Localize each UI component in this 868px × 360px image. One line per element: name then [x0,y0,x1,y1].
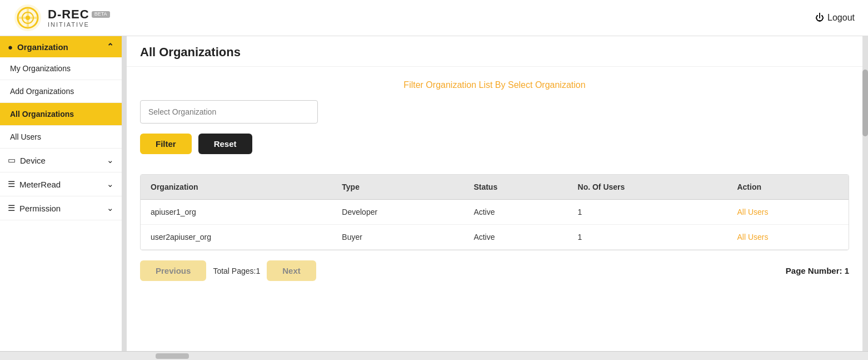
meterread-label: MeterRead [19,180,61,189]
content-area: All Organizations Filter Organization Li… [127,36,862,351]
person-icon: ● [8,42,13,52]
chevron-down-icon: ⌄ [107,155,114,165]
power-icon: ⏻ [815,13,824,23]
next-button[interactable]: Next [267,260,316,281]
meterread-section[interactable]: ☰ MeterRead ⌄ [0,172,122,196]
select-organization-input[interactable] [140,100,318,124]
filter-input-row [140,100,849,124]
permission-icon: ☰ [8,203,15,213]
beta-badge: BETA [92,11,110,18]
filter-buttons: Filter Reset [140,134,849,154]
col-status: Status [463,175,567,200]
col-no-of-users: No. Of Users [568,175,727,200]
cell-organization: user2apiuser_org [141,225,332,250]
sidebar-item-label: All Organizations [10,110,74,119]
device-label: Device [20,156,46,165]
cell-type: Buyer [332,225,463,250]
app-header: D-REC BETA INITIATIVE ⏻ Logout [0,0,868,36]
reset-button[interactable]: Reset [198,134,252,154]
table-body: apiuser1_org Developer Active 1 All User… [141,200,849,250]
logout-button[interactable]: ⏻ Logout [815,13,855,23]
device-icon: ▭ [8,155,16,165]
permission-section[interactable]: ☰ Permission ⌄ [0,196,122,220]
total-pages-label: Total Pages:1 [213,267,260,275]
main-layout: ● Organization ⌃ My Organizations Add Or… [0,36,868,351]
table-row: apiuser1_org Developer Active 1 All User… [141,200,849,225]
pagination-row: Previous Total Pages:1 Next Page Number:… [127,250,862,291]
cell-action[interactable]: All Users [727,225,849,250]
col-type: Type [332,175,463,200]
page-number-label: Page Number: 1 [786,266,849,275]
page-title: All Organizations [140,45,849,60]
organization-section-header[interactable]: ● Organization ⌃ [0,36,122,57]
sidebar-item-all-organizations[interactable]: All Organizations [0,103,122,126]
scrollbar-thumb [862,70,868,136]
bottom-scrollbar[interactable] [0,351,868,360]
chevron-down-icon: ⌄ [107,179,114,189]
cell-no-of-users: 1 [568,200,727,225]
cell-organization: apiuser1_org [141,200,332,225]
organization-label: Organization [17,42,68,52]
col-organization: Organization [141,175,332,200]
cell-type: Developer [332,200,463,225]
sidebar-scrollbar[interactable] [122,36,127,351]
logo-area: D-REC BETA INITIATIVE [13,3,110,32]
filter-button[interactable]: Filter [140,134,192,154]
previous-button[interactable]: Previous [140,260,206,281]
sidebar-item-label: All Users [10,132,41,141]
device-section[interactable]: ▭ Device ⌄ [0,149,122,172]
all-users-link-1[interactable]: All Users [737,233,768,241]
table-row: user2apiuser_org Buyer Active 1 All User… [141,225,849,250]
sidebar-item-all-users[interactable]: All Users [0,126,122,149]
content-scrollbar[interactable] [862,36,868,351]
sidebar-item-label: My Organizations [10,64,71,73]
organizations-table-container: Organization Type Status No. Of Users Ac… [140,174,849,250]
filter-label: Filter Organization List By Select Organ… [140,80,849,90]
logo-drec-text: D-REC [48,8,89,21]
sidebar-item-add-organizations[interactable]: Add Organizations [0,80,122,103]
page-title-bar: All Organizations [127,36,862,67]
meterread-icon: ☰ [8,179,15,189]
logo-text: D-REC BETA INITIATIVE [48,8,110,28]
table-header: Organization Type Status No. Of Users Ac… [141,175,849,200]
filter-section: Filter Organization List By Select Organ… [127,67,862,174]
permission-label: Permission [19,204,61,213]
sidebar: ● Organization ⌃ My Organizations Add Or… [0,36,122,351]
drec-logo-icon [13,3,42,32]
sidebar-item-my-organizations[interactable]: My Organizations [0,57,122,80]
all-users-link-0[interactable]: All Users [737,208,768,216]
cell-status: Active [463,200,567,225]
cell-status: Active [463,225,567,250]
svg-rect-5 [27,9,29,27]
logout-label: Logout [827,13,855,23]
logo-initiative-text: INITIATIVE [48,21,110,28]
chevron-up-icon: ⌃ [107,42,114,52]
chevron-down-icon: ⌄ [107,203,114,213]
bottom-scrollbar-thumb [156,353,189,359]
col-action: Action [727,175,849,200]
organizations-table: Organization Type Status No. Of Users Ac… [141,175,849,250]
cell-action[interactable]: All Users [727,200,849,225]
sidebar-item-label: Add Organizations [10,87,74,96]
cell-no-of-users: 1 [568,225,727,250]
